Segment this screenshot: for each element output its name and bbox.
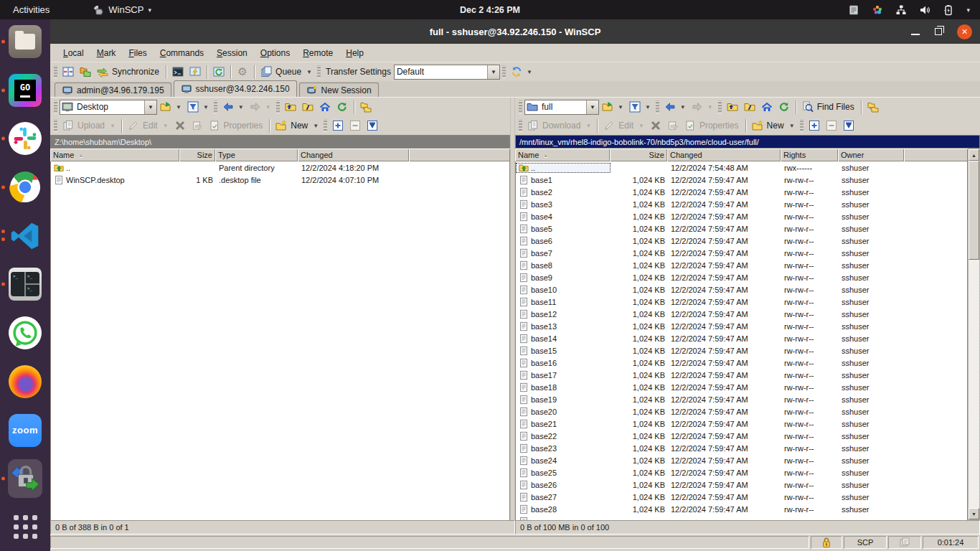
open-terminal-button[interactable] bbox=[169, 64, 187, 80]
console-button[interactable] bbox=[187, 64, 204, 80]
title-bar[interactable]: full - sshuser@34.92.246.150 - WinSCP ✕ bbox=[50, 19, 980, 44]
refresh-session-button[interactable] bbox=[210, 64, 227, 80]
file-row[interactable]: base261,024 KB12/2/2024 7:59:47 AMrw-rw-… bbox=[516, 479, 967, 491]
close-button[interactable]: ✕ bbox=[957, 24, 972, 39]
menu-commands[interactable]: Commands bbox=[154, 46, 209, 60]
file-row[interactable]: ..Parent directory12/2/2024 4:18:20 PM bbox=[51, 161, 509, 174]
toolbar-grip[interactable] bbox=[324, 119, 327, 132]
remote-filter-button[interactable]: ▼ bbox=[626, 99, 654, 115]
file-row[interactable]: base141,024 KB12/2/2024 7:59:47 AMrw-rw-… bbox=[516, 332, 967, 344]
queue-button[interactable]: Queue▼ bbox=[258, 64, 315, 80]
dropdown-button[interactable]: ▼ bbox=[586, 100, 598, 114]
vertical-scrollbar[interactable]: ▲ ▼ bbox=[968, 149, 980, 520]
session-tab[interactable]: New Session bbox=[299, 83, 379, 97]
menu-files[interactable]: Files bbox=[123, 46, 152, 60]
restore-button[interactable] bbox=[935, 28, 942, 35]
remote-back-button[interactable]: ▼ bbox=[661, 99, 689, 115]
find-files-button[interactable]: Find Files bbox=[799, 99, 858, 115]
file-row[interactable]: base11,024 KB12/2/2024 7:59:47 AMrw-rw-r… bbox=[516, 174, 967, 186]
scroll-up-button[interactable]: ▲ bbox=[969, 149, 979, 161]
remote-header-size[interactable]: Size bbox=[610, 149, 667, 161]
remote-parent-directory-button[interactable] bbox=[724, 99, 741, 115]
local-parent-directory-button[interactable] bbox=[282, 99, 299, 115]
local-open-directory-button[interactable]: ▼ bbox=[157, 99, 184, 115]
file-row[interactable]: base201,024 KB12/2/2024 7:59:47 AMrw-rw-… bbox=[516, 405, 967, 418]
dock-item-whatsapp[interactable] bbox=[8, 316, 42, 350]
toolbar-grip[interactable] bbox=[214, 100, 217, 113]
remote-path-bar[interactable]: /mnt/linux_vm/rhel8-indigo-bobolink-70/n… bbox=[515, 135, 980, 149]
file-row[interactable]: base41,024 KB12/2/2024 7:59:47 AMrw-rw-r… bbox=[516, 210, 967, 222]
app-indicator-menu[interactable]: WinSCP ▾ bbox=[93, 4, 151, 16]
menu-local[interactable]: Local bbox=[57, 46, 90, 60]
remote-directory-select[interactable]: full ▼ bbox=[524, 100, 599, 115]
remote-header-owner[interactable]: Owner bbox=[838, 149, 904, 161]
file-row[interactable]: base271,024 KB12/2/2024 7:59:47 AMrw-rw-… bbox=[516, 491, 967, 503]
battery-icon[interactable] bbox=[943, 4, 954, 16]
remote-new-button[interactable]: New▼ bbox=[749, 118, 798, 133]
remote-header-changed[interactable]: Changed bbox=[667, 149, 781, 161]
protocol-status-cell[interactable]: SCP bbox=[844, 536, 887, 549]
toolbar-grip[interactable] bbox=[276, 100, 280, 113]
volume-icon[interactable] bbox=[919, 4, 930, 16]
toolbar-grip[interactable] bbox=[54, 119, 57, 132]
dropdown-button[interactable]: ▼ bbox=[144, 100, 156, 114]
remote-header-rights[interactable]: Rights bbox=[781, 149, 838, 161]
dropdown-button[interactable]: ▼ bbox=[487, 65, 499, 79]
local-header-name[interactable]: Name▲ bbox=[50, 149, 179, 161]
file-row[interactable]: base111,024 KB12/2/2024 7:59:47 AMrw-rw-… bbox=[516, 296, 967, 308]
transfer-settings-select[interactable]: Default ▼ bbox=[394, 65, 500, 80]
transfer-options-button[interactable]: ▼ bbox=[508, 64, 535, 80]
toolbar-grip[interactable] bbox=[54, 100, 57, 113]
network-icon[interactable] bbox=[895, 4, 907, 16]
remote-home-directory-button[interactable] bbox=[758, 99, 776, 115]
scroll-thumb[interactable] bbox=[969, 161, 979, 260]
local-file-list[interactable]: ..Parent directory12/2/2024 4:18:20 PMWi… bbox=[50, 161, 510, 520]
toolbar-grip[interactable] bbox=[317, 65, 321, 78]
remote-follow-symlinks-button[interactable] bbox=[864, 99, 882, 115]
menu-session[interactable]: Session bbox=[211, 46, 253, 60]
local-header-size[interactable]: Size bbox=[179, 149, 215, 161]
local-header-changed[interactable]: Changed bbox=[298, 149, 409, 161]
panel-splitter[interactable] bbox=[510, 98, 515, 520]
local-filter-button[interactable]: ▼ bbox=[184, 99, 212, 115]
file-row[interactable]: ..12/2/2024 7:54:48 AMrwx------sshuser bbox=[516, 161, 967, 174]
scroll-track[interactable] bbox=[969, 161, 979, 508]
local-select-button[interactable] bbox=[329, 118, 347, 133]
file-row[interactable]: base91,024 KB12/2/2024 7:59:47 AMrw-rw-r… bbox=[516, 271, 967, 283]
dock-item-chrome[interactable] bbox=[8, 170, 42, 204]
file-row[interactable]: base151,024 KB12/2/2024 7:59:47 AMrw-rw-… bbox=[516, 344, 967, 357]
session-tab[interactable]: admin@34.96.179.195 bbox=[55, 83, 171, 97]
file-row[interactable]: base161,024 KB12/2/2024 7:59:47 AMrw-rw-… bbox=[516, 357, 967, 369]
dock-item-terminal[interactable]: >_>_>_ bbox=[8, 267, 42, 301]
remote-open-directory-button[interactable]: ▼ bbox=[599, 99, 626, 115]
notes-icon[interactable] bbox=[848, 4, 859, 16]
remote-select-button[interactable] bbox=[806, 118, 823, 133]
remote-root-directory-button[interactable] bbox=[741, 99, 758, 115]
remote-header-name[interactable]: Name▲ bbox=[515, 149, 610, 161]
file-row[interactable]: base251,024 KB12/2/2024 7:59:47 AMrw-rw-… bbox=[516, 466, 967, 479]
file-row[interactable] bbox=[516, 515, 967, 520]
security-status-cell[interactable] bbox=[811, 536, 842, 549]
local-home-directory-button[interactable] bbox=[316, 99, 334, 115]
chevron-down-icon[interactable]: ▾ bbox=[966, 6, 970, 14]
synchronize-button[interactable]: Synchronize bbox=[94, 64, 163, 80]
file-row[interactable]: base31,024 KB12/2/2024 7:59:47 AMrw-rw-r… bbox=[516, 198, 967, 210]
activities-button[interactable]: Activities bbox=[0, 0, 62, 19]
toolbar-grip[interactable] bbox=[502, 65, 506, 78]
file-row[interactable]: base61,024 KB12/2/2024 7:59:47 AMrw-rw-r… bbox=[516, 235, 967, 247]
toggle-layout-button[interactable] bbox=[60, 64, 77, 80]
dock-item-zoom[interactable]: zoom bbox=[8, 413, 42, 448]
color-wheel-icon[interactable] bbox=[872, 4, 883, 16]
local-header-type[interactable]: Type bbox=[215, 149, 298, 161]
menu-options[interactable]: Options bbox=[255, 46, 296, 60]
remote-invert-selection-button[interactable] bbox=[840, 118, 857, 133]
session-tab[interactable]: sshuser@34.92.246.150 bbox=[174, 80, 297, 97]
toolbar-grip[interactable] bbox=[54, 65, 57, 78]
dock-item-files[interactable] bbox=[8, 24, 42, 59]
local-back-button[interactable]: ▼ bbox=[220, 99, 247, 115]
local-root-directory-button[interactable] bbox=[299, 99, 316, 115]
file-row[interactable]: base21,024 KB12/2/2024 7:59:47 AMrw-rw-r… bbox=[516, 186, 967, 198]
file-row[interactable]: base71,024 KB12/2/2024 7:59:47 AMrw-rw-r… bbox=[516, 247, 967, 259]
file-row[interactable]: base191,024 KB12/2/2024 7:59:47 AMrw-rw-… bbox=[516, 393, 967, 405]
local-invert-selection-button[interactable] bbox=[364, 118, 381, 133]
